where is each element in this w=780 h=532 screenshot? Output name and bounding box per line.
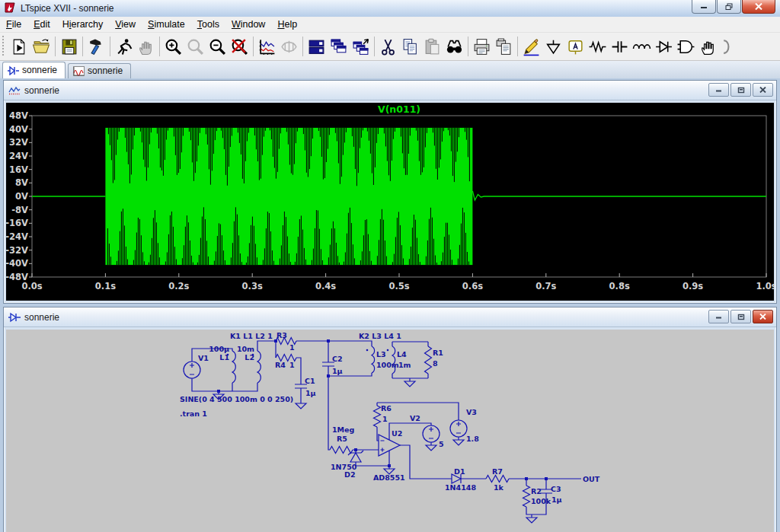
schematic-canvas[interactable]: K1 L1 L2 1K2 L3 L4 1V1100µL110mL2R31R41C… [6, 330, 774, 532]
toolbar-cascade-windows-button[interactable] [328, 35, 350, 58]
toolbar-separator [253, 37, 254, 56]
toolbar-grip[interactable] [2, 36, 5, 57]
menu-hierarchy[interactable]: Hierarchy [56, 18, 110, 31]
y-axis-tick-label: 24V [9, 151, 28, 161]
schematic-close-button[interactable] [753, 310, 773, 323]
schematic-label: V2 [410, 414, 420, 422]
place-label-icon [566, 37, 585, 56]
schematic-canvas-area: K1 L1 L2 1K2 L3 L4 1V1100µL110mL2R31R41C… [6, 330, 774, 532]
schematic-label: 1.8 [466, 435, 479, 443]
toolbar-drag-button[interactable] [697, 35, 719, 58]
schematic-label: L1 [219, 353, 229, 362]
schematic-label: C2 [332, 355, 343, 363]
app-minimize-button[interactable] [692, 0, 716, 14]
toolbar-control-panel-button[interactable] [85, 35, 107, 58]
schematic-label: L4 [397, 350, 407, 358]
schematic-label: L3 [376, 350, 386, 358]
waveform-window-title-bar[interactable]: sonnerie [4, 81, 776, 100]
find-icon [445, 37, 464, 56]
toolbar-print-preview-button[interactable] [493, 35, 515, 58]
toolbar-save-button[interactable] [58, 35, 80, 58]
plot-minimize-button[interactable] [708, 83, 729, 97]
toolbar-paste-button[interactable] [421, 35, 443, 58]
schematic-window-title-bar[interactable]: sonnerie [4, 307, 776, 327]
schematic-restore-button[interactable] [730, 310, 751, 323]
schematic-label: 1 [289, 343, 295, 352]
toolbar-copy-button[interactable] [399, 35, 421, 58]
zoom-full-extents-icon [230, 37, 249, 56]
toolbar-place-inductor-button[interactable] [631, 35, 653, 58]
toolbar-clipped-button[interactable] [719, 35, 741, 58]
app-restore-button[interactable] [717, 0, 741, 14]
paste-icon [423, 37, 442, 56]
toolbar-run-simulation-button[interactable] [113, 35, 135, 58]
schematic-minimize-button[interactable] [708, 310, 729, 323]
x-axis-tick-label: 0.2s [168, 281, 189, 291]
tab-schematic-sonnerie[interactable]: sonnerie [2, 62, 66, 78]
toolbar-open-button[interactable] [30, 35, 53, 58]
x-axis-tick-label: 0.5s [388, 281, 409, 291]
toolbar-cut-button[interactable] [377, 35, 399, 58]
zoom-in-icon [164, 37, 183, 56]
schematic-label: SINE(0 4 500 100m 0 0 250) [180, 395, 293, 403]
toolbar-place-capacitor-button[interactable] [609, 35, 631, 58]
schematic-label: OUT [583, 475, 600, 483]
menu-simulate[interactable]: Simulate [142, 18, 191, 31]
tile-windows-icon [307, 37, 326, 56]
menu-file[interactable]: File [0, 18, 27, 31]
toolbar-print-button[interactable] [471, 35, 493, 58]
menu-window[interactable]: Window [225, 18, 271, 31]
toolbar-run-button[interactable] [8, 35, 30, 58]
toolbar-place-component-button[interactable] [675, 35, 697, 58]
menu-view[interactable]: View [109, 18, 142, 31]
toolbar-zoom-out-button[interactable] [206, 35, 229, 58]
menu-edit[interactable]: Edit [27, 18, 56, 31]
toolbar-separator [55, 37, 56, 56]
waveform-plot[interactable]: V(n011)48V40V32V24V16V8V0V-8V-16V-24V-32… [6, 103, 774, 298]
schematic-label: U2 [392, 429, 402, 438]
schematic-label: 100µ [209, 345, 229, 353]
y-axis-tick-label: 0V [15, 191, 28, 202]
toolbar-find-button[interactable] [443, 35, 465, 58]
toolbar-separator [302, 37, 303, 56]
toolbar-arrange-windows-button[interactable] [350, 35, 372, 58]
y-axis-tick-label: -16V [6, 218, 28, 228]
x-axis-tick-label: 1.0s [756, 281, 774, 291]
menu-tools[interactable]: Tools [191, 18, 225, 31]
schematic-label: 1µ [551, 495, 562, 504]
toolbar-plot-settings-button[interactable] [256, 35, 278, 58]
save-icon [59, 37, 78, 56]
tab-waveform-sonnerie[interactable]: sonnerie [68, 63, 131, 78]
toolbar-place-label-button[interactable] [564, 35, 587, 58]
toolbar-place-ground-button[interactable] [542, 35, 564, 58]
toolbar-place-resistor-button[interactable] [587, 35, 609, 58]
waveform-plot-area: V(n011)48V40V32V24V16V8V0V-8V-16V-24V-32… [6, 103, 774, 301]
schematic-label: V1 [198, 354, 209, 362]
efficiency-report-icon [280, 37, 299, 56]
app-close-button[interactable] [742, 0, 775, 14]
toolbar-place-diode-button[interactable] [653, 35, 675, 58]
plot-restore-button[interactable] [730, 83, 751, 97]
schematic-label: 100m [376, 361, 399, 369]
plot-close-button[interactable] [753, 83, 773, 97]
toolbar-tile-windows-button[interactable] [305, 35, 328, 58]
schematic-label: 1 [289, 361, 295, 369]
toolbar-zoom-in-button[interactable] [162, 35, 184, 58]
toolbar-zoom-back-button[interactable] [184, 35, 206, 58]
schematic-label: C1 [305, 377, 315, 385]
schematic-label: 1k [494, 483, 504, 492]
menu-bar: FileEditHierarchyViewSimulateToolsWindow… [0, 17, 780, 33]
app-title-bar: LTspice XVII - sonnerie [0, 0, 780, 18]
toolbar-zoom-full-extents-button[interactable] [229, 35, 251, 58]
toolbar-efficiency-report-button[interactable] [278, 35, 300, 58]
menu-help[interactable]: Help [271, 18, 303, 31]
schematic-label: R2 [531, 487, 542, 495]
x-axis-tick-label: 0.9s [682, 281, 703, 291]
toolbar-draw-wire-button[interactable] [520, 35, 542, 58]
copy-icon [401, 37, 420, 56]
x-axis-tick-label: 0.6s [462, 281, 483, 291]
place-component-icon [676, 37, 695, 56]
toolbar-halt-button[interactable] [135, 35, 157, 58]
schematic-label: R5 [337, 435, 347, 443]
place-capacitor-icon [610, 37, 629, 56]
